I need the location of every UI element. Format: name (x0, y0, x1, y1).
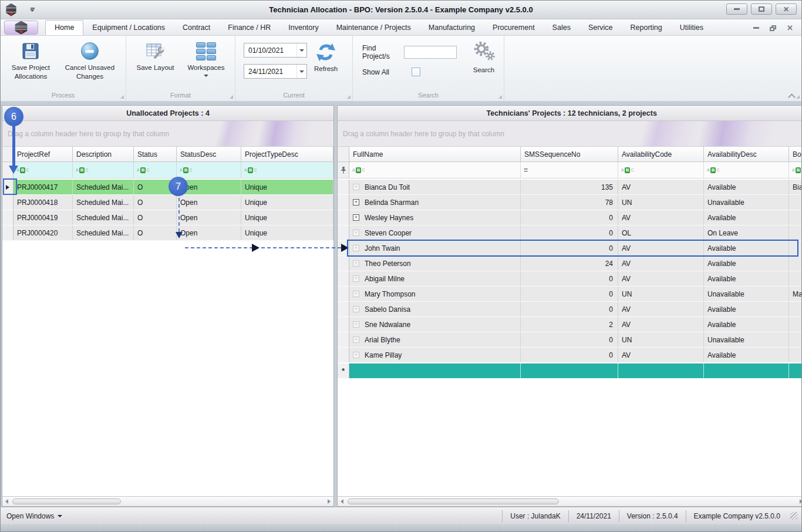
grid-cell-statusdesc[interactable]: Open (177, 195, 241, 210)
row-indicator[interactable] (338, 317, 349, 332)
grid-cell-description[interactable]: Scheduled Mai... (73, 210, 134, 225)
grid-cell-availabilitydesc[interactable]: Available (704, 241, 789, 255)
expand-icon[interactable]: + (353, 336, 359, 343)
grid-cell-status[interactable]: O (134, 225, 177, 240)
scrollbar-thumb[interactable] (348, 499, 559, 504)
resize-grip[interactable] (790, 512, 798, 520)
grid-cell-availabilitycode[interactable]: UN (618, 332, 704, 347)
grid-cell-fullname[interactable]: +Arial Blythe (349, 332, 521, 347)
column-header-statusdesc[interactable]: StatusDesc (177, 147, 241, 161)
save-layout-button[interactable]: Save Layout (133, 38, 178, 90)
grid-cell-availabilitydesc[interactable]: Available (704, 256, 789, 271)
filter-cell[interactable]: ABC (618, 162, 704, 178)
grid-cell-boo[interactable] (789, 256, 802, 271)
filter-cell[interactable]: = (521, 162, 618, 178)
grid-cell-fullname[interactable]: +Wesley Haynes (349, 210, 521, 225)
table-row[interactable]: +Arial Blythe0UNUnavailable (338, 332, 802, 348)
chevron-down-icon[interactable] (296, 43, 306, 57)
grid-cell-status[interactable]: O (134, 195, 177, 210)
refresh-button[interactable]: Refresh (311, 38, 341, 90)
tab-home[interactable]: Home (45, 20, 83, 35)
mdi-restore-icon[interactable] (770, 25, 776, 31)
grid-cell-availabilitydesc[interactable]: Unavailable (704, 287, 789, 301)
row-indicator[interactable] (338, 225, 349, 240)
grid-cell-smssequenceno[interactable]: 0 (521, 287, 618, 301)
grid-cell-fullname[interactable]: +Kame Pillay (349, 348, 521, 362)
filter-cell[interactable]: ABC (704, 162, 789, 178)
row-indicator[interactable] (338, 180, 349, 194)
new-row[interactable]: * (338, 363, 802, 379)
tab-sales[interactable]: Sales (544, 21, 579, 35)
grid-cell-smssequenceno[interactable]: 0 (521, 348, 618, 362)
scroll-left-icon[interactable] (341, 499, 343, 504)
cancel-unsaved-changes-button[interactable]: Cancel Unsaved Changes (62, 38, 118, 90)
scroll-left-icon[interactable] (5, 499, 8, 504)
grid-cell-availabilitydesc[interactable]: Available (704, 271, 789, 286)
new-row-cell[interactable] (618, 363, 704, 378)
table-row[interactable]: PRJ0000419Scheduled Mai...OOpenUnique (2, 210, 333, 225)
grid-cell-availabilitycode[interactable]: AV (618, 210, 704, 225)
grid-cell-statusdesc[interactable]: Open (177, 210, 241, 225)
grid-cell-status[interactable]: O (134, 180, 177, 194)
grid-cell-smssequenceno[interactable]: 0 (521, 225, 618, 240)
filter-cell[interactable]: ABC (134, 162, 177, 178)
grid-cell-availabilitycode[interactable]: AV (618, 256, 704, 271)
row-indicator[interactable] (2, 225, 14, 240)
grid-cell-boo[interactable] (789, 317, 802, 332)
row-indicator[interactable] (338, 271, 349, 286)
table-row[interactable]: +Steven Cooper0OLOn Leave (338, 225, 802, 241)
expand-icon[interactable]: + (353, 184, 359, 190)
grid-cell-boo[interactable] (789, 225, 802, 240)
new-row-cell[interactable] (349, 363, 521, 378)
grid-cell-projecttypedesc[interactable]: Unique (241, 210, 333, 225)
grid-cell-projecttypedesc[interactable]: Unique (241, 180, 333, 194)
column-header-smssequenceno[interactable]: SMSSequenceNo (521, 147, 618, 161)
expand-icon[interactable]: + (353, 291, 359, 297)
grid-cell-boo[interactable] (789, 302, 802, 316)
column-header-availabilitydesc[interactable]: AvailabilityDesc (704, 147, 789, 161)
expand-icon[interactable]: + (353, 245, 359, 251)
grid-cell-smssequenceno[interactable]: 0 (521, 302, 618, 316)
table-row[interactable]: PRJ0000417Scheduled Mai...OOpenUnique (2, 180, 333, 195)
expand-icon[interactable]: + (353, 230, 359, 236)
mdi-minimize-icon[interactable] (753, 27, 759, 29)
grid-cell-description[interactable]: Scheduled Mai... (73, 180, 134, 194)
grid-cell-availabilitydesc[interactable]: Available (704, 210, 789, 225)
grid-cell-availabilitycode[interactable]: AV (618, 348, 704, 362)
table-row[interactable]: PRJ0000418Scheduled Mai...OOpenUnique (2, 195, 333, 210)
filter-cell[interactable]: ABC (241, 162, 333, 178)
grid-cell-smssequenceno[interactable]: 24 (521, 256, 618, 271)
grid-cell-description[interactable]: Scheduled Mai... (73, 195, 134, 210)
grid-cell-smssequenceno[interactable]: 0 (521, 210, 618, 225)
grid-cell-smssequenceno[interactable]: 0 (521, 332, 618, 347)
grid-cell-projectref[interactable]: PRJ0000419 (14, 210, 73, 225)
table-row[interactable]: +John Twain0AVAvailable (338, 241, 802, 256)
grid-cell-statusdesc[interactable]: Open (177, 225, 241, 240)
grid-cell-boo[interactable] (789, 195, 802, 210)
grid-cell-boo[interactable] (789, 271, 802, 286)
row-indicator[interactable] (338, 195, 349, 210)
grid-cell-projecttypedesc[interactable]: Unique (241, 195, 333, 210)
new-row-cell[interactable] (789, 363, 802, 378)
expand-icon[interactable]: + (353, 199, 359, 206)
grid-cell-availabilitycode[interactable]: UN (618, 287, 704, 301)
row-indicator[interactable] (338, 332, 349, 347)
expand-icon[interactable]: + (353, 260, 359, 267)
grid-cell-availabilitycode[interactable]: AV (618, 317, 704, 332)
grid-cell-availabilitycode[interactable]: OL (618, 225, 704, 240)
grid-cell-smssequenceno[interactable]: 0 (521, 241, 618, 255)
grid-cell-description[interactable]: Scheduled Mai... (73, 225, 134, 240)
show-all-checkbox[interactable] (412, 68, 420, 76)
grid-cell-availabilitycode[interactable]: UN (618, 195, 704, 210)
grid-cell-boo[interactable] (789, 241, 802, 255)
chevron-down-icon[interactable] (296, 65, 306, 78)
grid-cell-availabilitydesc[interactable]: Unavailable (704, 195, 789, 210)
column-header-description[interactable]: Description (73, 147, 134, 161)
open-windows-button[interactable]: Open Windows (6, 512, 62, 520)
table-row[interactable]: +Theo Peterson24AVAvailable (338, 256, 802, 271)
tab-service[interactable]: Service (579, 21, 622, 35)
grid-cell-statusdesc[interactable]: Open (177, 180, 241, 194)
application-menu-button[interactable] (4, 21, 38, 35)
filter-cell[interactable]: ABC (349, 162, 521, 178)
row-indicator[interactable] (2, 195, 14, 210)
